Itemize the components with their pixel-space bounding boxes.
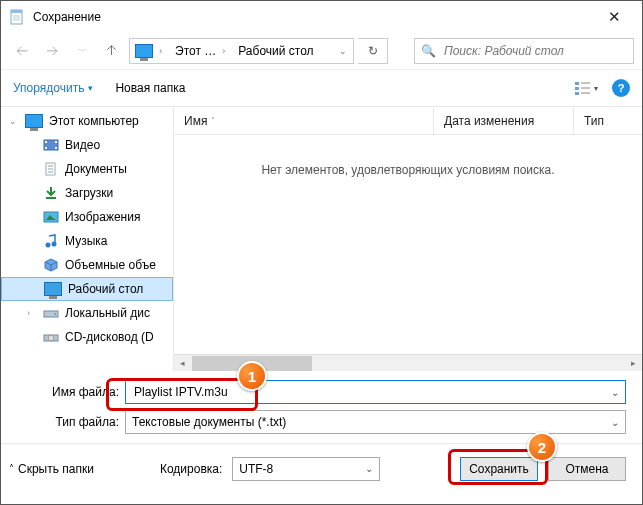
pc-icon <box>135 44 153 58</box>
title-bar: Сохранение ✕ <box>1 1 642 33</box>
sort-asc-icon: ˄ <box>211 116 215 125</box>
column-label: Тип <box>584 114 604 128</box>
tree-item-label: Видео <box>65 138 100 152</box>
drive-icon <box>43 305 59 321</box>
encoding-select[interactable]: UTF-8 ⌄ <box>232 457 380 481</box>
tree-item-label: Загрузки <box>65 186 113 200</box>
tree-item-label: CD-дисковод (D <box>65 330 154 344</box>
search-icon: 🔍 <box>421 44 436 58</box>
video-icon <box>43 137 59 153</box>
cancel-button[interactable]: Отмена <box>548 457 626 481</box>
svg-rect-20 <box>46 197 56 199</box>
svg-rect-6 <box>575 87 579 90</box>
column-type[interactable]: Тип <box>574 107 642 134</box>
list-header: Имя ˄ Дата изменения Тип <box>174 107 642 135</box>
organize-menu[interactable]: Упорядочить ▾ <box>13 81 93 95</box>
chevron-down-icon[interactable]: ⌄ <box>611 387 619 398</box>
save-label: Сохранить <box>469 462 529 476</box>
tree-item-label: Объемные объе <box>65 258 156 272</box>
filetype-field[interactable]: Текстовые документы (*.txt) ⌄ <box>125 410 626 434</box>
documents-icon <box>43 161 59 177</box>
hide-folders-button[interactable]: ˄ Скрыть папки <box>9 462 94 476</box>
tree-item-3d[interactable]: Объемные объе <box>1 253 173 277</box>
column-date[interactable]: Дата изменения <box>434 107 574 134</box>
tree-item-cddrive[interactable]: CD-дисковод (D <box>1 325 173 349</box>
svg-point-29 <box>48 335 54 341</box>
tree-this-pc[interactable]: ⌄ Этот компьютер <box>1 109 173 133</box>
nav-row: 🡠 🡢 ﹀ 🡡 › Этот …› Рабочий стол ⌄ ↻ 🔍 <box>1 33 642 69</box>
tree-item-label: Документы <box>65 162 127 176</box>
scroll-right-button[interactable]: ▸ <box>625 355 642 372</box>
up-button[interactable]: 🡡 <box>99 38 125 64</box>
tree-item-label: Музыка <box>65 234 107 248</box>
hide-folders-label: Скрыть папки <box>18 462 94 476</box>
chevron-down-icon: ▾ <box>594 84 598 93</box>
empty-message: Нет элементов, удовлетворяющих условиям … <box>261 163 554 371</box>
pc-icon <box>25 114 43 128</box>
chevron-down-icon[interactable]: ⌄ <box>611 417 619 428</box>
scroll-left-button[interactable]: ◂ <box>174 355 191 372</box>
pictures-icon <box>43 209 59 225</box>
filename-field[interactable]: ⌄ <box>125 380 626 404</box>
horizontal-scrollbar[interactable]: ◂ ▸ <box>174 354 642 371</box>
tree-item-localdisk[interactable]: ›Локальный дис <box>1 301 173 325</box>
breadcrumb-seg-2[interactable]: Рабочий стол <box>238 44 313 58</box>
save-button[interactable]: Сохранить <box>460 457 538 481</box>
column-name[interactable]: Имя ˄ <box>174 107 434 134</box>
svg-rect-12 <box>45 141 47 143</box>
recent-dropdown[interactable]: ﹀ <box>69 38 95 64</box>
tree-item-label: Рабочий стол <box>68 282 143 296</box>
filename-label: Имя файла: <box>41 385 119 399</box>
back-button[interactable]: 🡠 <box>9 38 35 64</box>
filetype-label: Тип файла: <box>41 415 119 429</box>
cube-icon <box>43 257 59 273</box>
scroll-thumb[interactable] <box>192 356 312 371</box>
svg-point-24 <box>52 242 57 247</box>
chevron-right-icon: › <box>156 46 165 56</box>
window-title: Сохранение <box>33 10 594 24</box>
cancel-label: Отмена <box>565 462 608 476</box>
addr-dropdown[interactable]: ⌄ <box>336 46 353 56</box>
view-mode-button[interactable]: ▾ <box>575 81 598 95</box>
music-icon <box>43 233 59 249</box>
notepad-icon <box>9 9 25 25</box>
address-bar[interactable]: › Этот …› Рабочий стол ⌄ <box>129 38 354 64</box>
downloads-icon <box>43 185 59 201</box>
chevron-up-icon: ˄ <box>9 463 14 474</box>
filetype-value: Текстовые документы (*.txt) <box>132 415 286 429</box>
tree-item-music[interactable]: Музыка <box>1 229 173 253</box>
tree-label: Этот компьютер <box>49 114 139 128</box>
refresh-button[interactable]: ↻ <box>358 38 388 64</box>
forward-button[interactable]: 🡢 <box>39 38 65 64</box>
list-view-icon <box>575 81 591 95</box>
search-box[interactable]: 🔍 <box>414 38 634 64</box>
chevron-right-icon: › <box>219 46 228 56</box>
help-button[interactable]: ? <box>612 79 630 97</box>
svg-rect-15 <box>55 147 57 149</box>
svg-rect-13 <box>55 141 57 143</box>
toolbar: Упорядочить ▾ Новая папка ▾ ? <box>1 69 642 107</box>
filename-input[interactable] <box>132 384 611 400</box>
breadcrumb-seg-1[interactable]: Этот … <box>175 44 216 58</box>
folder-tree[interactable]: ⌄ Этот компьютер Видео Документы Загрузк… <box>1 107 174 371</box>
expand-icon[interactable]: › <box>27 308 37 318</box>
tree-item-video[interactable]: Видео <box>1 133 173 157</box>
file-list: Имя ˄ Дата изменения Тип Нет элементов, … <box>174 107 642 371</box>
chevron-down-icon[interactable]: ⌄ <box>365 463 373 474</box>
save-fields: Имя файла: ⌄ Тип файла: Текстовые докуме… <box>1 371 642 437</box>
chevron-down-icon: ▾ <box>88 83 93 93</box>
encoding-value: UTF-8 <box>239 462 273 476</box>
main-area: ⌄ Этот компьютер Видео Документы Загрузк… <box>1 107 642 371</box>
tree-item-downloads[interactable]: Загрузки <box>1 181 173 205</box>
svg-rect-14 <box>45 147 47 149</box>
tree-item-pictures[interactable]: Изображения <box>1 205 173 229</box>
close-button[interactable]: ✕ <box>594 8 634 26</box>
search-input[interactable] <box>442 43 627 59</box>
column-label: Дата изменения <box>444 114 534 128</box>
column-label: Имя <box>184 114 207 128</box>
tree-item-desktop[interactable]: Рабочий стол <box>1 277 173 301</box>
tree-item-documents[interactable]: Документы <box>1 157 173 181</box>
collapse-icon[interactable]: ⌄ <box>9 116 19 126</box>
new-folder-button[interactable]: Новая папка <box>115 81 185 95</box>
encoding-group: Кодировка: UTF-8 ⌄ <box>160 457 380 481</box>
